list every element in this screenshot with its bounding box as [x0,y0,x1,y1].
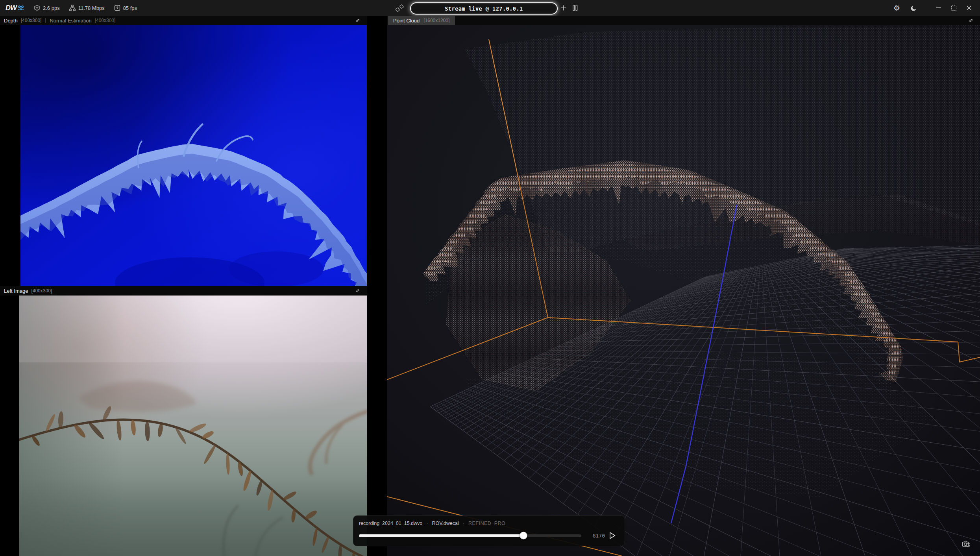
separator-dot: · [463,521,464,526]
tab-normal-estimation[interactable]: Normal Estimation [400x300] [46,16,119,25]
tab-point-cloud[interactable]: Point Cloud [1600x1200] [388,16,455,25]
point-cloud-viewport[interactable] [387,25,980,556]
network-icon [69,5,76,11]
theme-moon-icon[interactable] [910,5,917,11]
stat-bitrate: 11.78 Mbps [69,5,105,11]
logo-waves-icon [18,5,24,11]
bitrate-value: 11.78 Mbps [78,5,105,11]
play-button[interactable] [609,532,616,539]
pause-stream-button[interactable] [573,5,578,11]
stat-fps: 85 fps [114,5,137,11]
mode-label: REFINED_PRO [468,521,505,526]
stream-address-text: Stream live @ 127.0.0.1 [445,6,523,12]
recording-info: recording_2024_01_15.dwvo · ROV.dwecal ·… [359,521,619,526]
tab-depth[interactable]: Depth [400x300] [0,16,45,25]
add-stream-button[interactable] [560,5,567,11]
depth-map-image [20,25,367,286]
expand-depth-panel-icon[interactable] [355,18,361,23]
expand-left-image-icon[interactable] [355,288,361,294]
logo-text: DW [6,4,17,12]
timeline-slider[interactable] [359,534,581,537]
timeline-fill [359,534,523,537]
status-group: DW 2.6 pps [6,0,137,16]
maximize-button[interactable] [951,6,956,11]
left-image-tabbar: Left Image [400x300] [0,286,367,296]
power-icon [114,5,120,11]
close-button[interactable] [967,6,971,10]
point-cloud-scene [387,25,980,556]
point-cloud-tabbar: Point Cloud [1600x1200] [387,16,980,25]
settings-gear-icon[interactable]: ⚙ [893,4,900,12]
timeline-thumb[interactable] [520,532,527,539]
left-camera-image [19,296,367,556]
tab-left-image[interactable]: Left Image [400x300] [0,286,56,296]
stat-pps: 2.6 pps [34,5,60,11]
left-camera-view [19,296,367,556]
fps-value: 85 fps [123,5,137,11]
top-bar: DW 2.6 pps [0,0,980,17]
camera-reset-icon[interactable] [962,540,971,549]
calibration-filename: ROV.dwecal [432,521,459,526]
minimize-button[interactable] [936,7,941,8]
recording-filename: recording_2024_01_15.dwvo [359,521,422,526]
depth-panel-tabbar: Depth [400x300] Normal Estimation [400x3… [0,16,367,25]
pps-value: 2.6 pps [43,5,60,11]
playback-bar: recording_2024_01_15.dwvo · ROV.dwecal ·… [353,515,625,546]
package-icon [34,5,40,11]
app-logo: DW [6,4,24,12]
depth-map-view [20,25,367,286]
window-controls: ⚙ [893,0,971,16]
connection-plug-icon[interactable] [395,4,405,12]
stream-address-input[interactable]: Stream live @ 127.0.0.1 [410,2,558,15]
frame-counter: 8170 [587,533,605,539]
expand-point-cloud-icon[interactable] [968,18,974,23]
app-window: DW 2.6 pps [0,0,980,556]
separator-dot: · [426,521,428,526]
